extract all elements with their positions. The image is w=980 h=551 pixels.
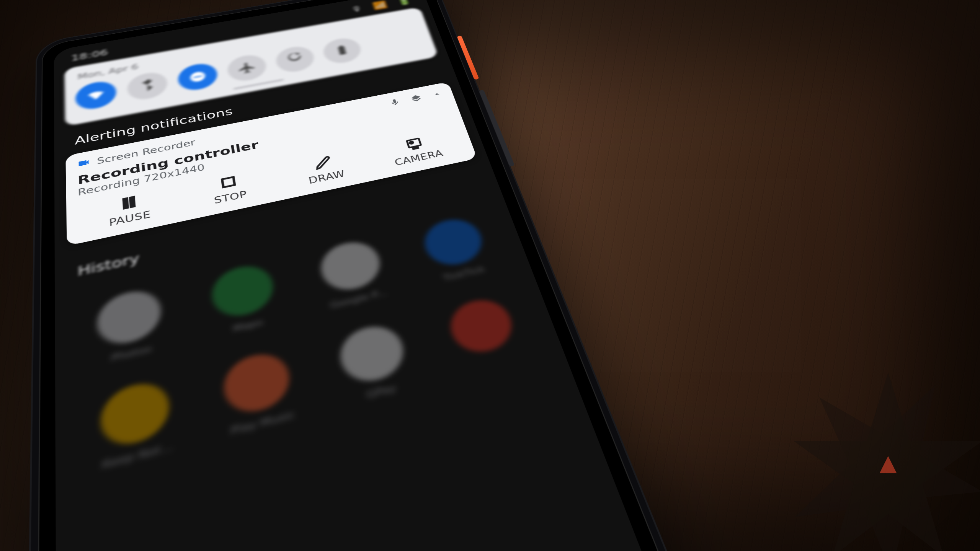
status-signal-icon: 📶	[372, 0, 388, 10]
svg-rect-9	[413, 147, 418, 149]
qs-dnd-tile[interactable]	[177, 61, 219, 93]
dnd-icon	[187, 69, 208, 85]
svg-point-8	[410, 141, 413, 144]
svg-rect-5	[130, 197, 134, 207]
wifi-icon	[85, 87, 106, 103]
stop-icon	[217, 173, 239, 191]
qs-bluetooth-tile[interactable]	[127, 70, 169, 103]
svg-rect-2	[338, 46, 346, 55]
pencil-icon	[312, 154, 334, 171]
qs-battery-tile[interactable]	[321, 36, 364, 66]
qs-rotate-tile[interactable]	[274, 44, 317, 75]
airplane-icon	[236, 60, 258, 76]
qs-wifi-tile[interactable]	[75, 79, 117, 112]
status-time: 18:06	[71, 47, 108, 63]
phone-frame: Photos Maps Google P... TickTick Keep No…	[19, 0, 820, 551]
phone-screen: Photos Maps Google P... TickTick Keep No…	[54, 0, 778, 551]
svg-rect-4	[124, 198, 127, 209]
pause-icon	[118, 194, 139, 212]
svg-rect-6	[222, 177, 235, 187]
battery-saver-icon	[332, 43, 353, 58]
status-battery-icon: 🔋	[396, 0, 412, 6]
bluetooth-icon	[137, 78, 158, 94]
mic-icon	[389, 98, 402, 108]
rotate-icon	[284, 52, 306, 67]
collapse-icon[interactable]	[431, 90, 444, 100]
layers-icon	[410, 94, 423, 104]
status-mic-icon: 🎙	[350, 4, 364, 14]
camera-icon	[403, 135, 425, 152]
qs-airplane-tile[interactable]	[226, 52, 268, 83]
videocam-icon	[77, 157, 90, 171]
